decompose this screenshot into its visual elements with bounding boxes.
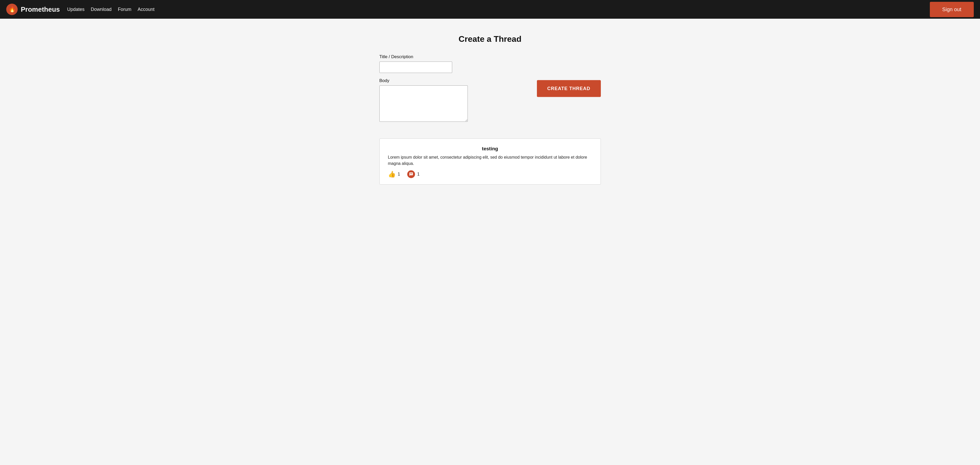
thread-title: testing (388, 146, 592, 152)
thread-actions: 👍 1 1 (388, 170, 592, 178)
nav-link-updates[interactable]: Updates (67, 7, 84, 12)
comment-bubble-icon[interactable] (407, 170, 415, 178)
brand-logo-icon: 🔥 (6, 4, 18, 15)
thread-body: Lorem ipsum dolor sit amet, consectetur … (388, 154, 592, 167)
brand-link[interactable]: 🔥 Prometheus (6, 4, 60, 15)
thread-card: testing Lorem ipsum dolor sit amet, cons… (379, 138, 601, 185)
create-thread-button[interactable]: CREATE THREAD (537, 80, 601, 97)
nav-link-download[interactable]: Download (91, 7, 111, 12)
nav-left: 🔥 Prometheus Updates Download Forum Acco… (6, 4, 154, 15)
comment-count: 1 (417, 172, 420, 176)
navbar: 🔥 Prometheus Updates Download Forum Acco… (0, 0, 980, 19)
brand-name: Prometheus (21, 5, 60, 14)
title-label: Title / Description (379, 54, 601, 59)
nav-link-account[interactable]: Account (137, 7, 154, 12)
comment-svg (409, 172, 413, 176)
nav-link-forum[interactable]: Forum (118, 7, 131, 12)
create-thread-form: Title / Description Body CREATE THREAD (379, 54, 601, 123)
like-icon[interactable]: 👍 (388, 171, 396, 178)
body-input[interactable] (379, 86, 468, 122)
like-count: 1 (398, 172, 400, 176)
sign-out-button[interactable]: Sign out (930, 2, 974, 17)
title-input[interactable] (379, 62, 452, 73)
nav-links: Updates Download Forum Account (67, 7, 154, 12)
page-title: Create a Thread (379, 34, 601, 44)
main-content: Create a Thread Title / Description Body… (373, 19, 607, 195)
title-field-group: Title / Description (379, 54, 601, 73)
